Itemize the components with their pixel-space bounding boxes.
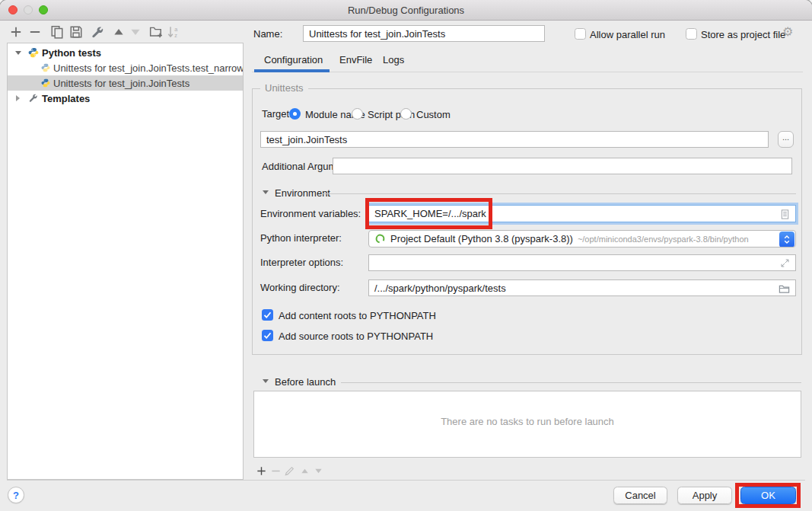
store-as-project-file-checkbox[interactable] [686, 28, 697, 40]
module-name-input[interactable]: test_join.JoinTests [260, 131, 769, 148]
source-roots-label[interactable]: Add source roots to PYTHONPATH [279, 331, 433, 343]
before-launch-title[interactable]: Before launch [275, 376, 336, 388]
save-configuration-button[interactable] [69, 25, 83, 41]
move-up-icon [112, 25, 126, 39]
remove-task-button[interactable] [270, 465, 282, 479]
environment-variables-label: Environment variables: [260, 208, 361, 220]
interpreter-options-label: Interpreter options: [260, 257, 343, 269]
browse-button[interactable]: ... [778, 131, 794, 148]
add-icon [9, 25, 23, 39]
help-button[interactable]: ? [8, 487, 24, 503]
tab-envfile[interactable]: EnvFile [339, 54, 372, 65]
edit-templates-button[interactable] [91, 25, 104, 41]
content-roots-checkbox[interactable] [262, 309, 273, 321]
configurations-tree: Python tests Unittests for test_join.Joi… [7, 43, 244, 480]
python-interpreter-select[interactable]: Project Default (Python 3.8 (pyspark-3.8… [368, 230, 796, 248]
python-test-icon [41, 78, 50, 88]
apply-button[interactable]: Apply [677, 487, 732, 504]
run-debug-configurations-dialog: Run/Debug Configurations az [0, 0, 812, 511]
move-down-button[interactable] [129, 25, 142, 41]
edit-task-button[interactable] [284, 465, 295, 479]
ok-button[interactable]: OK [740, 487, 796, 504]
unittests-group-title: Unittests [260, 82, 308, 94]
source-roots-checkbox[interactable] [262, 330, 273, 341]
environment-variables-input[interactable]: SPARK_HOME=/.../spark [368, 205, 796, 222]
remove-icon [28, 25, 42, 39]
target-label: Target: [262, 108, 292, 120]
allow-parallel-run-label[interactable]: Allow parallel run [590, 29, 665, 41]
radio-custom-label[interactable]: Custom [416, 109, 451, 121]
tab-logs[interactable]: Logs [383, 54, 404, 65]
add-icon [256, 465, 267, 477]
tree-item-unittests-jointests-selected[interactable]: Unittests for test_join.JoinTests [8, 75, 243, 91]
gear-icon[interactable]: ⚙ [782, 26, 793, 38]
pencil-icon [284, 465, 295, 477]
name-label: Name: [253, 28, 282, 40]
tree-item-label: Templates [42, 93, 90, 104]
move-down-icon [129, 25, 142, 39]
radio-module-name[interactable] [289, 108, 301, 120]
checkmark-icon [262, 309, 273, 321]
add-task-button[interactable] [256, 465, 267, 479]
wrench-icon [91, 25, 104, 39]
titlebar: Run/Debug Configurations [0, 0, 812, 21]
sort-configurations-button[interactable]: az [167, 25, 180, 41]
additional-arguments-input[interactable] [333, 158, 792, 174]
tree-item-label: Python tests [42, 47, 101, 59]
before-launch-empty-message: There are no tasks to run before launch [254, 416, 801, 427]
tree-item-templates[interactable]: Templates [8, 91, 243, 106]
interpreter-path: ~/opt/miniconda3/envs/pyspark-3.8/bin/py… [578, 235, 749, 244]
expand-arrow-icon[interactable] [16, 95, 20, 101]
tree-item-unittests-test-narrow[interactable]: Unittests for test_join.JoinTests.test_n… [8, 60, 243, 75]
folder-icon[interactable] [779, 283, 790, 295]
tree-item-python-tests[interactable]: Python tests [8, 45, 243, 60]
footer-divider [7, 480, 805, 481]
content-roots-label[interactable]: Add content roots to PYTHONPATH [279, 310, 436, 322]
edit-variables-icon[interactable] [779, 209, 791, 220]
sort-alpha-icon: az [167, 25, 180, 39]
tree-item-label: Unittests for test_join.JoinTests.test_n… [53, 62, 243, 74]
move-down-icon [313, 465, 324, 477]
save-icon [69, 25, 83, 39]
radio-script-path[interactable] [352, 108, 363, 120]
wrench-icon [28, 93, 38, 103]
allow-parallel-run-checkbox[interactable] [575, 28, 586, 40]
working-directory-label: Working directory: [260, 282, 340, 294]
radio-custom[interactable] [400, 108, 412, 120]
move-up-button[interactable] [112, 25, 126, 41]
new-folder-button[interactable] [149, 25, 163, 41]
before-launch-task-list[interactable]: There are no tasks to run before launch [253, 391, 801, 458]
collapse-arrow-icon[interactable] [15, 51, 21, 55]
add-configuration-button[interactable] [9, 25, 23, 41]
cancel-button[interactable]: Cancel [613, 487, 667, 504]
store-as-project-file-label[interactable]: Store as project file [701, 29, 785, 41]
checkmark-icon [262, 330, 273, 341]
environment-collapse-icon[interactable] [263, 190, 269, 194]
working-directory-input[interactable]: /.../spark/python/pyspark/tests [368, 279, 796, 296]
svg-text:z: z [174, 32, 177, 39]
before-launch-line [341, 382, 801, 383]
python-icon [28, 47, 39, 58]
environment-section-line [323, 193, 796, 194]
new-folder-icon [149, 25, 163, 39]
tab-configuration[interactable]: Configuration [264, 54, 323, 65]
name-input[interactable]: Unittests for test_join.JoinTests [303, 25, 545, 42]
remove-configuration-button[interactable] [28, 25, 42, 41]
expand-field-icon[interactable] [780, 258, 790, 268]
move-task-down-button[interactable] [313, 465, 324, 479]
up-down-chevrons-icon [782, 233, 792, 246]
remove-icon [270, 465, 282, 477]
copy-icon [50, 25, 64, 39]
window-title: Run/Debug Configurations [0, 5, 812, 16]
tabs-divider [252, 72, 803, 72]
dropdown-stepper-icon[interactable] [779, 232, 794, 248]
interpreter-options-input[interactable] [368, 254, 796, 271]
before-launch-collapse-icon[interactable] [263, 379, 269, 383]
python-interpreter-label: Python interpreter: [260, 232, 342, 244]
interpreter-value: Project Default (Python 3.8 (pyspark-3.8… [390, 233, 573, 244]
copy-configuration-button[interactable] [50, 25, 64, 41]
tree-item-label: Unittests for test_join.JoinTests [53, 78, 189, 89]
move-task-up-button[interactable] [299, 465, 310, 479]
conda-env-icon [374, 233, 386, 244]
active-tab-underline [254, 69, 330, 72]
